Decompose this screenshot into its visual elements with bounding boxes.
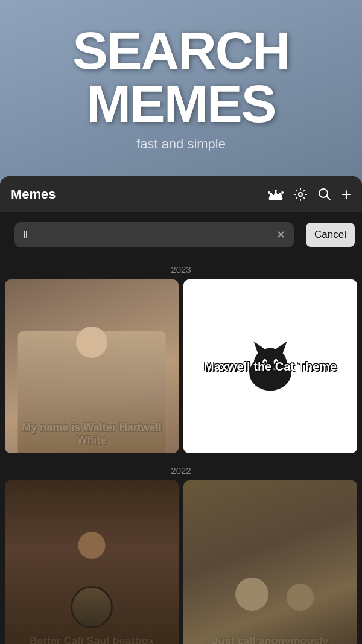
app-panel: Memes + ll xyxy=(0,176,362,644)
hero-subtitle: fast and simple xyxy=(12,136,350,152)
svg-point-4 xyxy=(299,193,302,196)
settings-icon[interactable] xyxy=(293,187,308,202)
meme-card-bcs[interactable]: Better Call Saul beatbox xyxy=(5,480,179,644)
svg-point-3 xyxy=(281,191,284,194)
search-icon[interactable] xyxy=(317,187,332,202)
svg-rect-0 xyxy=(269,199,282,200)
cancel-button[interactable]: Cancel xyxy=(306,223,355,247)
app-header: Memes + xyxy=(0,176,362,212)
app-title: Memes xyxy=(11,187,258,202)
search-bar[interactable]: ll ✕ xyxy=(14,222,294,247)
section-2023: 2023 xyxy=(0,257,362,279)
meme-card-walter[interactable]: My name is Walter Hartwell White xyxy=(5,279,179,453)
crown-icon[interactable] xyxy=(268,188,284,201)
search-row: ll ✕ Cancel xyxy=(0,212,362,257)
clear-icon[interactable]: ✕ xyxy=(276,228,285,241)
meme-label-maxwell: Maxwell the Cat Theme xyxy=(192,359,348,374)
hero-title: SEARCH MEMES xyxy=(12,24,350,130)
memes-grid-2022: Better Call Saul beatbox Just call anony… xyxy=(0,480,362,644)
meme-card-maxwell[interactable]: Maxwell the Cat Theme xyxy=(183,279,357,453)
memes-grid-2023: My name is Walter Hartwell White xyxy=(0,279,362,458)
add-icon[interactable]: + xyxy=(341,185,351,204)
section-2022: 2022 xyxy=(0,458,362,480)
svg-point-1 xyxy=(268,191,270,194)
meme-card-jc[interactable]: Just call anonymously xyxy=(183,480,357,644)
svg-point-2 xyxy=(275,190,277,192)
hero-section: SEARCH MEMES fast and simple xyxy=(0,0,362,164)
search-cursor: ll xyxy=(23,229,28,241)
